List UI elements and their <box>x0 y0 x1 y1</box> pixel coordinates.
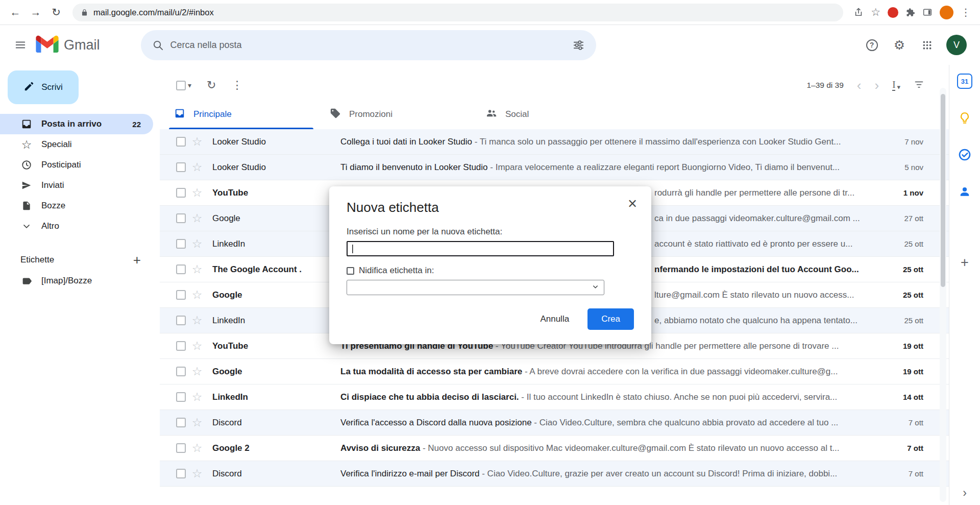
hide-side-panel-chevron-icon[interactable]: › <box>963 486 967 500</box>
gmail-logo[interactable]: Gmail <box>36 35 100 55</box>
star-icon[interactable]: ☆ <box>191 263 203 275</box>
browser-forward-button[interactable]: → <box>27 3 45 21</box>
email-snippet: e, abbiamo notato che qualcuno ha appena… <box>654 316 857 325</box>
pencil-icon <box>23 81 35 94</box>
email-checkbox[interactable] <box>176 162 186 172</box>
sidebar-item-sent[interactable]: Inviati <box>0 175 153 196</box>
star-icon[interactable]: ☆ <box>191 417 203 428</box>
contacts-icon[interactable] <box>957 183 973 200</box>
email-date: 14 ott <box>876 393 923 401</box>
help-icon[interactable]: ? <box>860 33 884 57</box>
email-checkbox[interactable] <box>176 290 186 300</box>
sidebar-label-imap-bozze[interactable]: [Imap]/Bozze <box>0 271 153 291</box>
nest-checkbox[interactable] <box>347 267 354 275</box>
cancel-button[interactable]: Annulla <box>540 314 569 324</box>
select-all-checkbox[interactable]: ▾ <box>176 81 191 90</box>
more-options-icon[interactable]: ⋮ <box>231 80 242 91</box>
tab-label: Promozioni <box>349 109 393 119</box>
reading-pane-filter-icon[interactable] <box>914 79 924 92</box>
email-row[interactable]: ☆ Looker Studio Ti diamo il benvenuto in… <box>160 155 949 180</box>
tasks-icon[interactable] <box>957 147 973 163</box>
email-checkbox[interactable] <box>176 469 186 478</box>
email-date: 27 ott <box>876 214 923 223</box>
star-icon[interactable]: ☆ <box>191 340 203 352</box>
email-checkbox[interactable] <box>176 137 186 147</box>
email-sender: YouTube <box>212 188 337 198</box>
email-checkbox[interactable] <box>176 341 186 351</box>
refresh-icon[interactable]: ↻ <box>207 80 216 91</box>
tab-social[interactable]: Social <box>476 100 632 129</box>
label-name-input[interactable] <box>347 241 614 256</box>
search-icon[interactable] <box>146 33 170 57</box>
email-checkbox[interactable] <box>176 239 186 249</box>
side-panel-icon[interactable] <box>922 7 933 17</box>
browser-profile-avatar[interactable] <box>940 6 953 19</box>
create-label-plus-icon[interactable]: + <box>133 252 153 268</box>
email-checkbox[interactable] <box>176 392 186 402</box>
star-icon[interactable]: ☆ <box>191 238 203 250</box>
close-icon[interactable]: × <box>628 196 637 211</box>
browser-refresh-button[interactable]: ↻ <box>47 3 65 21</box>
calendar-icon[interactable]: 31 <box>957 73 973 89</box>
share-icon[interactable] <box>853 7 864 17</box>
sidebar-item-more[interactable]: Altro <box>0 216 153 236</box>
google-apps-grid-icon[interactable] <box>915 33 939 57</box>
star-icon[interactable]: ☆ <box>191 136 203 148</box>
email-row[interactable]: ☆ LinkedIn Ci dispiace che tu abbia deci… <box>160 384 949 410</box>
email-checkbox[interactable] <box>176 213 186 223</box>
email-date: 25 ott <box>876 291 923 299</box>
star-icon[interactable]: ☆ <box>191 187 203 199</box>
older-page-chevron-icon[interactable]: › <box>874 79 879 92</box>
star-icon[interactable]: ☆ <box>191 212 203 224</box>
adblock-extension-icon[interactable] <box>888 7 898 18</box>
star-icon[interactable]: ☆ <box>191 442 203 454</box>
email-checkbox[interactable] <box>176 443 186 453</box>
extensions-puzzle-icon[interactable] <box>905 8 915 17</box>
star-icon[interactable]: ☆ <box>191 289 203 301</box>
create-button[interactable]: Crea <box>587 308 634 330</box>
tab-promozioni[interactable]: Promozioni <box>321 100 476 129</box>
address-bar[interactable]: mail.google.com/mail/u/2/#inbox <box>72 4 843 21</box>
sidebar-item-snoozed[interactable]: Posticipati <box>0 155 153 175</box>
bookmark-star-icon[interactable]: ☆ <box>871 6 880 18</box>
star-icon[interactable]: ☆ <box>191 366 203 377</box>
gmail-wordmark: Gmail <box>64 37 100 53</box>
star-icon[interactable]: ☆ <box>191 161 203 173</box>
clock-icon <box>20 159 33 171</box>
sidebar-item-drafts[interactable]: Bozze <box>0 196 153 216</box>
main-menu-hamburger-icon[interactable] <box>8 33 33 57</box>
get-addons-plus-icon[interactable]: + <box>961 256 969 270</box>
browser-back-button[interactable]: ← <box>6 3 24 21</box>
email-checkbox[interactable] <box>176 264 186 274</box>
list-scrollbar[interactable] <box>940 88 946 502</box>
email-checkbox[interactable] <box>176 188 186 198</box>
email-checkbox[interactable] <box>176 316 186 325</box>
social-people-icon <box>485 107 497 122</box>
star-icon[interactable]: ☆ <box>191 391 203 403</box>
email-checkbox[interactable] <box>176 367 186 376</box>
scrollbar-thumb[interactable] <box>941 94 945 287</box>
email-row[interactable]: ☆ Looker Studio Collega i tuoi dati in L… <box>160 129 949 155</box>
sidebar-item-inbox[interactable]: Posta in arrivo 22 <box>0 114 153 134</box>
email-row[interactable]: ☆ Discord Verifica l'accesso a Discord d… <box>160 410 949 436</box>
keep-lightbulb-icon[interactable] <box>957 110 973 126</box>
email-row[interactable]: ☆ Discord Verifica l'indirizzo e-mail pe… <box>160 461 949 487</box>
tab-principale[interactable]: Principale <box>165 100 321 129</box>
compose-button[interactable]: Scrivi <box>8 70 79 104</box>
input-tools-icon[interactable]: I ▾ <box>892 80 900 91</box>
newer-page-chevron-icon[interactable]: ‹ <box>857 79 862 92</box>
settings-gear-icon[interactable]: ⚙ <box>887 33 912 57</box>
star-icon[interactable]: ☆ <box>191 315 203 326</box>
send-icon <box>20 179 33 191</box>
search-input[interactable] <box>170 30 567 60</box>
parent-label-select[interactable] <box>347 280 604 295</box>
dialog-title: Nuova etichetta <box>347 200 634 215</box>
email-checkbox[interactable] <box>176 418 186 427</box>
browser-menu-icon[interactable]: ⋮ <box>961 6 971 18</box>
sidebar-item-starred[interactable]: ☆ Speciali <box>0 134 153 155</box>
star-icon[interactable]: ☆ <box>191 468 203 479</box>
email-row[interactable]: ☆ Google 2 Avviso di sicurezza - Nuovo a… <box>160 436 949 461</box>
search-options-tune-icon[interactable] <box>567 33 591 57</box>
email-row[interactable]: ☆ Google La tua modalità di accesso sta … <box>160 359 949 384</box>
account-avatar[interactable]: V <box>946 35 967 55</box>
